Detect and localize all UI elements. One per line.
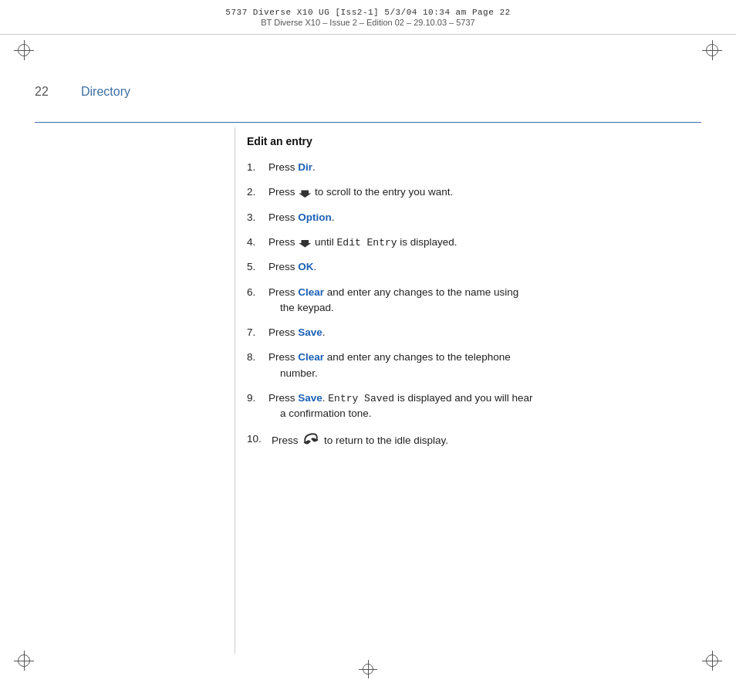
arrow-down-icon-step2 xyxy=(299,187,311,199)
step-3-number: 3. xyxy=(247,210,268,225)
reg-mark-bottom xyxy=(359,660,377,678)
step-9-number: 9. xyxy=(247,391,268,406)
step-9-text: Press Save. Entry Saved is displayed and… xyxy=(268,391,701,422)
step-7-number: 7. xyxy=(247,325,268,340)
step-10-text: Press to return to the idle display. xyxy=(272,431,701,450)
step-5-highlight: OK xyxy=(298,261,313,272)
section-title: Directory xyxy=(81,85,130,99)
step-1-highlight: Dir xyxy=(298,161,312,173)
right-column: Edit an entry 1. Press Dir. 2. Press to … xyxy=(247,135,701,654)
step-6-text: Press Clear and enter any changes to the… xyxy=(268,285,701,316)
step-list: 1. Press Dir. 2. Press to scroll to the … xyxy=(247,160,701,450)
left-column xyxy=(35,127,235,654)
step-1-number: 1. xyxy=(247,160,268,175)
content-title: Edit an entry xyxy=(247,135,701,147)
page-outer: 5737 Diverse X10 UG [Iss2-1] 5/3/04 10:3… xyxy=(0,0,736,700)
step-3: 3. Press Option. xyxy=(247,210,701,225)
step-9-monospace: Entry Saved xyxy=(328,393,394,404)
reg-mark-bl xyxy=(14,651,34,671)
step-2-text: Press to scroll to the entry you want. xyxy=(268,184,701,200)
step-3-text: Press Option. xyxy=(268,210,701,225)
step-10: 10. Press to return to the idle display. xyxy=(247,431,701,450)
step-5-text: Press OK. xyxy=(268,259,701,275)
reg-mark-tl xyxy=(14,40,34,60)
step-7-highlight: Save xyxy=(298,326,322,338)
page-title-row: 22 Directory xyxy=(35,85,701,99)
step-1: 1. Press Dir. xyxy=(247,160,701,175)
step-6-highlight: Clear xyxy=(298,286,324,298)
reg-mark-tr xyxy=(702,40,722,60)
step-9: 9. Press Save. Entry Saved is displayed … xyxy=(247,391,701,422)
step-1-text: Press Dir. xyxy=(268,160,701,175)
return-icon xyxy=(302,431,319,450)
arrow-down-icon-step4 xyxy=(299,236,311,249)
header-line2: BT Diverse X10 – Issue 2 – Edition 02 – … xyxy=(261,18,474,27)
step-2: 2. Press to scroll to the entry you want… xyxy=(247,184,701,200)
step-8-text: Press Clear and enter any changes to the… xyxy=(268,350,701,381)
page-number: 22 xyxy=(35,85,58,99)
step-6: 6. Press Clear and enter any changes to … xyxy=(247,285,701,316)
step-5-number: 5. xyxy=(247,259,268,275)
reg-mark-br xyxy=(702,651,722,671)
page-header-block: 5737 Diverse X10 UG [Iss2-1] 5/3/04 10:3… xyxy=(0,0,736,35)
step-8-number: 8. xyxy=(247,350,268,365)
step-7: 7. Press Save. xyxy=(247,325,701,340)
header-line1: 5737 Diverse X10 UG [Iss2-1] 5/3/04 10:3… xyxy=(225,8,510,17)
step-4: 4. Press until Edit Entry is displayed. xyxy=(247,235,701,251)
step-4-text: Press until Edit Entry is displayed. xyxy=(268,235,701,251)
step-6-number: 6. xyxy=(247,285,268,300)
step-4-monospace: Edit Entry xyxy=(337,237,397,249)
step-8-highlight: Clear xyxy=(298,351,324,363)
step-7-text: Press Save. xyxy=(268,325,701,340)
step-5: 5. Press OK. xyxy=(247,259,701,275)
step-3-highlight: Option xyxy=(298,211,332,223)
step-2-number: 2. xyxy=(247,184,268,200)
step-9-highlight: Save xyxy=(298,392,322,404)
page-divider xyxy=(35,122,701,123)
step-4-number: 4. xyxy=(247,235,268,250)
step-8: 8. Press Clear and enter any changes to … xyxy=(247,350,701,381)
step-10-number: 10. xyxy=(247,431,272,447)
